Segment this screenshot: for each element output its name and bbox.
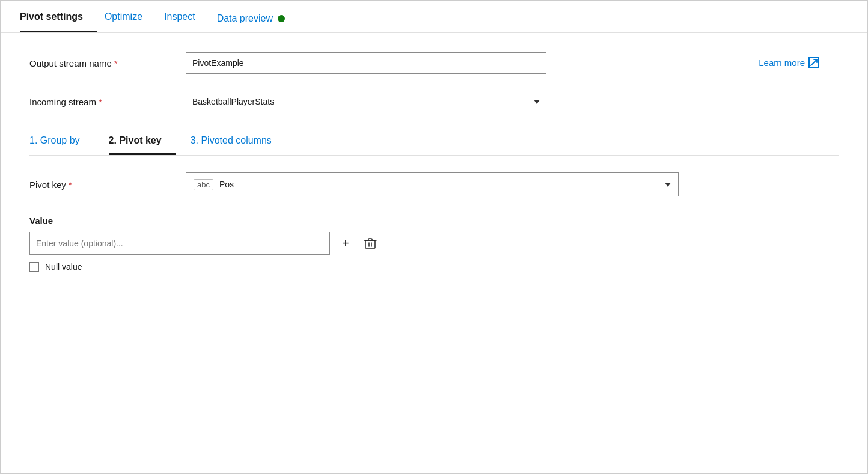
output-stream-name-row: Output stream name * — [29, 52, 839, 74]
value-input[interactable] — [29, 232, 330, 255]
pivot-key-select[interactable]: abc Pos — [186, 172, 679, 196]
null-value-row: Null value — [29, 262, 839, 272]
value-row: + — [29, 232, 839, 255]
pivot-key-value: Pos — [219, 180, 234, 189]
top-tab-bar: Pivot settings Optimize Inspect Data pre… — [1, 1, 867, 33]
sub-tab-group-by[interactable]: 1. Group by — [29, 129, 94, 155]
value-section: Value + Null value — [29, 216, 839, 272]
incoming-stream-row: Incoming stream * BasketballPlayerStats — [29, 91, 839, 112]
output-stream-name-input[interactable] — [186, 52, 546, 74]
sub-tab-bar: 1. Group by 2. Pivot key 3. Pivoted colu… — [29, 129, 839, 156]
learn-more-link[interactable]: Learn more — [759, 57, 819, 68]
data-preview-status-dot — [278, 15, 285, 22]
pivot-key-row: Pivot key * abc Pos — [29, 172, 839, 196]
tab-data-preview[interactable]: Data preview — [217, 2, 285, 32]
required-star-pivot: * — [69, 180, 72, 190]
null-value-label: Null value — [45, 262, 82, 272]
delete-value-button[interactable] — [361, 235, 379, 251]
value-section-label: Value — [29, 216, 839, 226]
pivot-key-select-left: abc Pos — [194, 179, 234, 190]
sub-tab-pivoted-columns[interactable]: 3. Pivoted columns — [191, 129, 286, 155]
incoming-stream-label: Incoming stream * — [29, 97, 186, 107]
incoming-stream-select[interactable]: BasketballPlayerStats — [186, 91, 546, 112]
incoming-stream-chevron-icon — [534, 100, 540, 104]
pivot-key-chevron-icon — [665, 183, 671, 187]
external-link-icon — [808, 57, 819, 68]
sub-tab-pivot-key[interactable]: 2. Pivot key — [109, 129, 176, 155]
required-star-output: * — [114, 58, 118, 68]
required-star-stream: * — [99, 97, 102, 107]
tab-optimize[interactable]: Optimize — [105, 1, 157, 32]
trash-icon — [364, 237, 377, 250]
tab-inspect[interactable]: Inspect — [164, 1, 210, 32]
tab-pivot-settings[interactable]: Pivot settings — [20, 1, 97, 32]
null-value-checkbox[interactable] — [29, 262, 39, 272]
pivot-key-type-badge: abc — [194, 179, 213, 190]
add-value-button[interactable]: + — [340, 235, 352, 252]
main-content: Learn more Output stream name * Incoming… — [1, 33, 867, 291]
output-stream-name-label: Output stream name * — [29, 58, 186, 68]
svg-rect-0 — [365, 240, 375, 248]
pivot-key-label: Pivot key * — [29, 180, 186, 190]
